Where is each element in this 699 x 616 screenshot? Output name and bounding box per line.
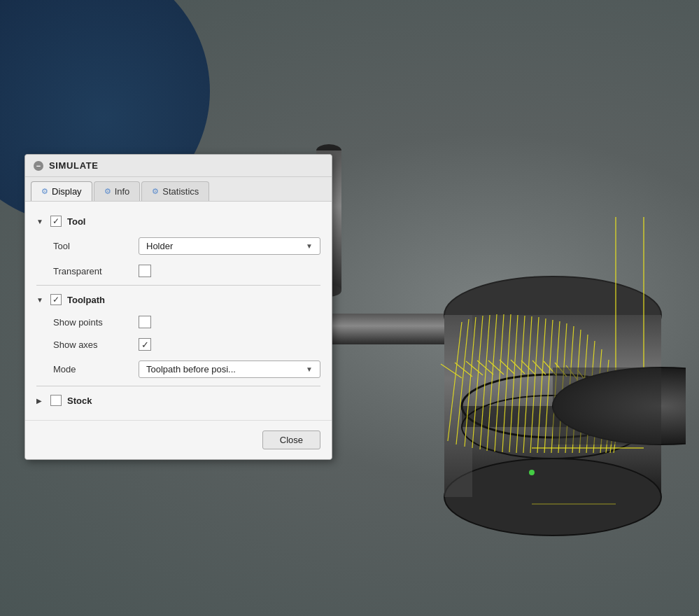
toolpath-section-arrow: ▼ bbox=[36, 296, 45, 304]
toolpath-section-label: Toolpath bbox=[67, 295, 105, 305]
mode-dropdown-wrapper: Toolpath before posi... ▼ bbox=[139, 360, 320, 378]
tool-dropdown[interactable]: Holder ▼ bbox=[139, 237, 320, 255]
mode-dropdown-arrow: ▼ bbox=[306, 365, 313, 373]
tool-section-arrow: ▼ bbox=[36, 218, 45, 225]
stock-section: ▶ Stock bbox=[36, 389, 320, 412]
show-points-checkbox[interactable] bbox=[139, 316, 151, 328]
tool-dropdown-arrow: ▼ bbox=[306, 242, 313, 250]
dialog-bottom-bar: Close bbox=[25, 420, 332, 459]
stock-section-checkbox[interactable] bbox=[50, 395, 62, 406]
simulate-dialog: − SIMULATE ⚙ Display ⚙ Info ⚙ Statistics… bbox=[24, 154, 332, 460]
dialog-content: ▼ Tool Tool Holder ▼ Transparent bbox=[25, 202, 332, 420]
transparent-label: Transparent bbox=[53, 266, 130, 276]
stock-section-arrow: ▶ bbox=[36, 397, 45, 405]
show-axes-checkbox[interactable] bbox=[139, 338, 151, 351]
dialog-title: SIMULATE bbox=[49, 160, 99, 171]
tool-section-header[interactable]: ▼ Tool bbox=[36, 210, 320, 232]
info-tab-icon: ⚙ bbox=[104, 187, 111, 196]
tool-dropdown-value: Holder bbox=[146, 241, 173, 251]
mode-dropdown[interactable]: Toolpath before posi... ▼ bbox=[139, 360, 320, 378]
mode-label: Mode bbox=[53, 364, 130, 374]
close-button[interactable]: Close bbox=[262, 430, 320, 449]
stock-section-label: Stock bbox=[67, 396, 92, 406]
show-points-field-row: Show points bbox=[36, 311, 320, 333]
transparent-checkbox[interactable] bbox=[139, 265, 151, 277]
tab-statistics[interactable]: ⚙ Statistics bbox=[141, 181, 209, 201]
tab-info-label: Info bbox=[115, 186, 130, 197]
tool-section: ▼ Tool Tool Holder ▼ Transparent bbox=[36, 210, 320, 282]
mode-dropdown-value: Toolpath before posi... bbox=[146, 364, 236, 374]
transparent-field-row: Transparent bbox=[36, 260, 320, 282]
mode-field-row: Mode Toolpath before posi... ▼ bbox=[36, 356, 320, 383]
tab-display-label: Display bbox=[52, 186, 82, 197]
stock-section-header[interactable]: ▶ Stock bbox=[36, 389, 320, 412]
toolpath-section-header[interactable]: ▼ Toolpath bbox=[36, 288, 320, 311]
tool-field-row: Tool Holder ▼ bbox=[36, 232, 320, 260]
svg-point-59 bbox=[529, 470, 535, 475]
tool-section-label: Tool bbox=[67, 216, 85, 227]
tab-statistics-label: Statistics bbox=[162, 186, 199, 197]
dialog-title-bar: − SIMULATE bbox=[25, 155, 332, 177]
display-tab-icon: ⚙ bbox=[41, 187, 48, 196]
show-axes-label: Show axes bbox=[53, 340, 130, 350]
tool-dropdown-wrapper: Holder ▼ bbox=[139, 237, 320, 255]
toolpath-section-checkbox[interactable] bbox=[50, 294, 62, 305]
stats-tab-icon: ⚙ bbox=[152, 187, 159, 196]
tool-label: Tool bbox=[53, 241, 130, 251]
svg-point-8 bbox=[444, 458, 661, 536]
svg-rect-61 bbox=[553, 368, 661, 444]
show-axes-field-row: Show axes bbox=[36, 333, 320, 356]
toolpath-section: ▼ Toolpath Show points Show axes Mode To… bbox=[36, 288, 320, 383]
tabs-bar: ⚙ Display ⚙ Info ⚙ Statistics bbox=[25, 177, 332, 202]
tool-divider bbox=[36, 285, 320, 286]
tool-section-checkbox[interactable] bbox=[50, 216, 62, 227]
tab-display[interactable]: ⚙ Display bbox=[31, 181, 92, 201]
tab-info[interactable]: ⚙ Info bbox=[94, 181, 141, 201]
minimize-icon[interactable]: − bbox=[34, 161, 43, 171]
show-points-label: Show points bbox=[53, 317, 130, 328]
toolpath-divider bbox=[36, 386, 320, 386]
